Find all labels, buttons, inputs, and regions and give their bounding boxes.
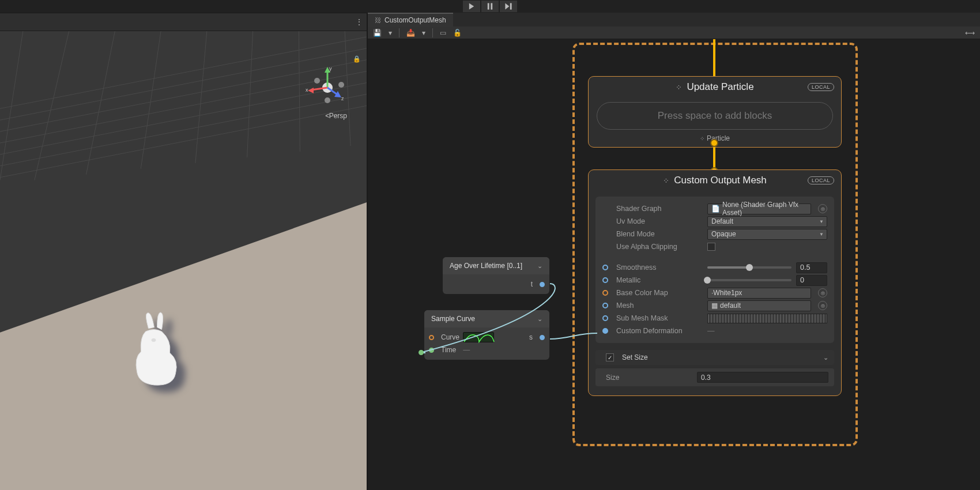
local-badge: LOCAL (808, 176, 834, 184)
svg-marker-25 (334, 91, 341, 97)
add-blocks-placeholder[interactable]: Press space to add blocks (597, 102, 833, 130)
smoothness-row: Smoothness 0.5 (602, 261, 827, 274)
svg-text:x: x (306, 87, 308, 93)
node-title: Update Particle (687, 81, 753, 93)
play-button[interactable] (463, 1, 480, 12)
sample-curve-node[interactable]: Sample Curve ⌄ Curve s (424, 310, 549, 360)
node-body: Shader Graph 📄 None (Shader Graph Vfx As… (595, 197, 834, 343)
node-header: ⁘ Update Particle LOCAL (589, 77, 841, 97)
size-field[interactable]: 0.3 (697, 372, 828, 383)
scene-panel: ⋮ ◈ ▼ ● ▼ 2D 💡 🔇 ✨ ☁ 👁̶ ▦ ▼ 🛠 ▼ 📷 ▼ ⊕ ▼ (0, 13, 368, 490)
input-port[interactable] (602, 290, 608, 296)
node-header: ⁘ Custom Output Mesh LOCAL (589, 170, 841, 191)
object-picker-icon[interactable]: ◎ (818, 288, 827, 297)
op-header: Age Over Lifetime [0..1] ⌄ (443, 257, 549, 274)
blend-mode-dropdown[interactable]: Opaque (707, 229, 827, 240)
svg-line-10 (0, 31, 23, 180)
dropdown-arrow-icon[interactable]: ▾ (387, 28, 394, 38)
graph-toolbar: 💾 ▾ 📥 ▾ ▭ 🔓 ⟷ (368, 27, 980, 39)
alpha-clipping-checkbox[interactable] (707, 243, 715, 251)
op-header: Sample Curve ⌄ (424, 310, 549, 327)
pause-button[interactable] (481, 1, 499, 12)
output-label: s (529, 333, 533, 341)
curve-label: Curve (441, 333, 459, 341)
input-port[interactable] (602, 265, 608, 270)
shader-graph-row: Shader Graph 📄 None (Shader Graph Vfx As… (602, 202, 827, 215)
vfx-asset-icon: ⛓ (375, 17, 381, 24)
smoothness-slider[interactable] (707, 266, 791, 269)
chevron-down-icon[interactable]: ⌄ (823, 354, 828, 361)
svg-rect-2 (510, 3, 512, 9)
dropdown-arrow-icon-2[interactable]: ▾ (420, 28, 427, 38)
svg-line-14 (195, 31, 207, 163)
svg-line-15 (247, 31, 253, 157)
save-icon[interactable]: 💾 (371, 28, 383, 38)
svg-marker-23 (308, 88, 314, 93)
time-input-port[interactable] (429, 348, 434, 353)
svg-text:y: y (329, 66, 332, 71)
fit-icon[interactable]: ⟷ (963, 28, 977, 38)
mesh-field[interactable]: ▦ default (707, 300, 811, 311)
age-over-lifetime-node[interactable]: Age Over Lifetime [0..1] ⌄ t (443, 257, 549, 294)
graph-panel: ⛓ CustomOutputMesh 💾 ▾ 📥 ▾ ▭ 🔓 ⟷ ⁘ Upd (368, 13, 980, 490)
playback-controls (0, 0, 980, 13)
bunny-mesh[interactable] (127, 311, 187, 392)
perspective-label[interactable]: Persp (325, 112, 347, 120)
custom-output-mesh-node[interactable]: ⁘ Custom Output Mesh LOCAL Shader Graph … (588, 169, 842, 396)
input-port-connected[interactable] (602, 328, 608, 334)
graph-canvas[interactable]: ⁘ Update Particle LOCAL Press space to a… (368, 39, 980, 490)
metallic-slider[interactable] (707, 279, 791, 281)
update-particle-node[interactable]: ⁘ Update Particle LOCAL Press space to a… (588, 76, 842, 148)
particle-icon: ⁘ (663, 176, 669, 185)
time-label: Time (441, 346, 456, 354)
curve-input-port[interactable] (429, 335, 434, 340)
base-color-row: Base Color Map ·White1px ◎ (602, 287, 827, 299)
input-port[interactable] (602, 315, 608, 321)
input-port[interactable] (602, 277, 608, 283)
graph-tab[interactable]: ⛓ CustomOutputMesh (368, 13, 453, 27)
tab-title: CustomOutputMesh (385, 16, 446, 24)
alpha-clipping-row: Use Alpha Clipping (602, 240, 827, 253)
lock-icon[interactable]: 🔓 (451, 28, 463, 38)
shader-graph-field[interactable]: 📄 None (Shader Graph Vfx Asset) (707, 203, 811, 214)
blackboard-icon[interactable]: ▭ (438, 28, 448, 38)
local-badge: LOCAL (808, 83, 834, 91)
step-button[interactable] (500, 1, 517, 12)
base-color-field[interactable]: ·White1px (707, 288, 811, 299)
set-size-checkbox[interactable]: ✓ (606, 353, 614, 361)
size-row: Size 0.3 (595, 368, 834, 386)
scene-viewport[interactable]: 🔒 x y z Persp (0, 31, 367, 490)
svg-line-3 (0, 105, 367, 177)
curve-preview[interactable] (463, 332, 494, 342)
compile-icon[interactable]: 📥 (405, 28, 417, 38)
metallic-value[interactable]: 0 (796, 275, 827, 286)
object-picker-icon[interactable]: ◎ (818, 204, 827, 213)
orientation-gizmo[interactable]: x y z (306, 66, 349, 110)
svg-text:z: z (341, 96, 344, 101)
uv-mode-dropdown[interactable]: Default (707, 216, 827, 227)
node-title: Custom Output Mesh (674, 175, 767, 186)
metallic-row: Metallic 0 (602, 274, 827, 287)
submesh-mask-field[interactable] (707, 314, 827, 323)
external-port[interactable] (419, 350, 424, 355)
svg-line-16 (299, 31, 300, 152)
op-title: Sample Curve (431, 315, 475, 323)
svg-point-18 (152, 338, 156, 342)
output-port[interactable] (540, 282, 545, 287)
gizmo-lock-icon[interactable]: 🔒 (353, 55, 361, 63)
flow-port-out[interactable] (710, 139, 718, 147)
mesh-row: Mesh ▦ default ◎ (602, 299, 827, 312)
custom-deformation-row: Custom Deformation — (602, 325, 827, 337)
smoothness-value[interactable]: 0.5 (796, 262, 827, 273)
input-port[interactable] (602, 303, 608, 308)
scene-menu-icon[interactable]: ⋮ (355, 17, 363, 27)
graph-tab-bar: ⛓ CustomOutputMesh (368, 13, 980, 27)
svg-line-13 (141, 31, 161, 169)
chevron-down-icon[interactable]: ⌄ (537, 262, 542, 270)
object-picker-icon[interactable]: ◎ (818, 301, 827, 310)
blend-mode-row: Blend Mode Opaque (602, 228, 827, 240)
set-size-block[interactable]: ✓ Set Size ⌄ (595, 350, 834, 365)
chevron-down-icon[interactable]: ⌄ (537, 315, 542, 323)
op-title: Age Over Lifetime [0..1] (450, 262, 522, 270)
output-port[interactable] (540, 335, 545, 340)
